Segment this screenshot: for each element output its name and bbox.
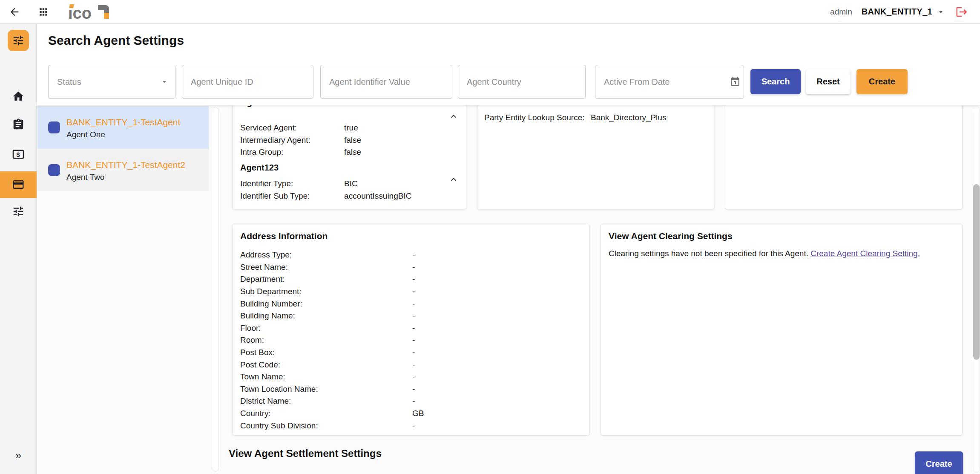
collapse-section-button[interactable] <box>448 111 459 122</box>
topbar: ıco admin BANK_ENTITY_1 <box>0 0 980 24</box>
search-button[interactable]: Search <box>750 69 801 94</box>
field-row: Department:- <box>240 273 582 286</box>
agent-roles-title: Agent Roles <box>240 105 293 107</box>
party-lookup-card: Party Entity Lookup Source:Bank_Director… <box>477 105 714 210</box>
sidebar-item-agents-active[interactable] <box>0 171 37 198</box>
status-select[interactable]: Status <box>48 65 175 99</box>
field-value: - <box>412 372 415 382</box>
field-row: Identifier Sub Type:accountIssuingBIC <box>240 190 458 202</box>
home-icon <box>12 90 25 103</box>
field-value: - <box>412 384 415 394</box>
clearing-settings-card: View Agent Clearing Settings Clearing se… <box>601 224 963 436</box>
status-placeholder: Status <box>57 77 81 87</box>
agent-list-item-selected[interactable]: BANK_ENTITY_1-TestAgent Agent One <box>37 106 209 149</box>
settlement-create-button[interactable]: Create <box>915 451 963 474</box>
page-title: Search Agent Settings <box>48 33 184 48</box>
logout-button[interactable] <box>954 5 969 19</box>
sidebar-app-button[interactable] <box>8 30 29 51</box>
field-value: - <box>412 348 415 357</box>
agent-name: Agent One <box>66 130 105 139</box>
field-value: - <box>412 396 415 406</box>
back-button[interactable] <box>6 3 23 20</box>
create-button[interactable]: Create <box>856 69 908 94</box>
entity-name: BANK_ENTITY_1 <box>862 7 932 17</box>
address-information-title: Address Information <box>240 231 328 241</box>
sidebar: $ » <box>0 24 37 474</box>
sidebar-item-tasks[interactable] <box>0 113 37 136</box>
clipboard-icon <box>12 118 25 131</box>
agent-roles-fields: Serviced Agent:true Intermediary Agent:f… <box>240 122 458 159</box>
reset-button[interactable]: Reset <box>806 69 851 94</box>
field-label: Party Entity Lookup Source: <box>484 113 591 122</box>
field-label: Country Sub Division: <box>240 421 412 431</box>
field-value: - <box>412 311 415 321</box>
agent-id: BANK_ENTITY_1-TestAgent <box>66 117 180 127</box>
field-value: - <box>412 324 415 333</box>
field-label: Floor: <box>240 324 412 333</box>
field-row: Country:GB <box>240 408 582 420</box>
field-row: Address Type:- <box>240 249 582 261</box>
field-row: Street Name:- <box>240 261 582 274</box>
clearing-settings-title: View Agent Clearing Settings <box>609 231 733 241</box>
field-value: - <box>412 263 415 272</box>
dollar-card-icon: $ <box>11 147 25 161</box>
field-value: - <box>412 287 415 296</box>
sidebar-item-payments[interactable]: $ <box>0 142 37 166</box>
agent-unique-id-input[interactable] <box>182 65 313 98</box>
field-label: Street Name: <box>240 263 412 272</box>
field-label: Post Code: <box>240 360 412 370</box>
agent-country-input[interactable] <box>458 65 585 98</box>
calendar-button[interactable] <box>727 72 744 92</box>
svg-text:$: $ <box>16 151 20 158</box>
active-from-date-fieldbox <box>595 65 744 99</box>
party-lookup-fields: Party Entity Lookup Source:Bank_Director… <box>484 112 707 124</box>
field-label: Room: <box>240 335 412 345</box>
field-label: Town Name: <box>240 372 412 382</box>
credit-card-icon <box>12 178 25 191</box>
page-header: Search Agent Settings Status Search Rese… <box>37 24 980 105</box>
clearing-message-text: Clearing settings have not been specifie… <box>609 249 810 258</box>
agent-identifier-subsection-title: Agent123 <box>240 163 279 173</box>
field-row: Post Box:- <box>240 347 582 359</box>
field-label: Identifier Sub Type: <box>240 191 344 201</box>
field-row: Intra Group:false <box>240 146 458 159</box>
chevron-up-icon <box>448 111 459 121</box>
field-label: Town Location Name: <box>240 384 412 394</box>
field-value: true <box>344 123 358 133</box>
field-value: - <box>412 360 415 370</box>
agent-country-fieldbox <box>458 65 586 99</box>
agent-identifier-value-fieldbox <box>320 65 452 99</box>
main-scrollbar-thumb[interactable] <box>973 184 980 360</box>
agent-identifier-fields: Identifier Type:BIC Identifier Sub Type:… <box>240 178 458 202</box>
create-clearing-setting-link[interactable]: Create Agent Clearing Setting. <box>810 249 920 258</box>
field-label: Address Type: <box>240 250 412 260</box>
agent-list-item[interactable]: BANK_ENTITY_1-TestAgent2 Agent Two <box>37 149 209 191</box>
field-value: - <box>412 335 415 345</box>
field-label: Intermediary Agent: <box>240 136 344 145</box>
field-value: false <box>344 147 361 157</box>
sidebar-item-settings[interactable] <box>0 199 37 223</box>
back-arrow-icon <box>9 6 20 18</box>
field-row: Building Number:- <box>240 298 582 310</box>
field-row: Room:- <box>240 334 582 347</box>
sidebar-expand-button[interactable]: » <box>0 449 37 462</box>
agent-identifier-value-input[interactable] <box>321 65 452 98</box>
empty-card <box>725 105 963 210</box>
active-from-date-input[interactable] <box>595 65 727 98</box>
brand-logo: ıco <box>67 3 124 21</box>
main-content: BANK_ENTITY_1-TestAgent Agent One BANK_E… <box>37 105 980 474</box>
settlement-section-title: View Agent Settlement Settings <box>229 448 382 460</box>
agent-avatar-chip <box>48 121 60 133</box>
field-label: Identifier Type: <box>240 179 344 188</box>
apps-grid-button[interactable] <box>35 3 52 20</box>
entity-selector[interactable]: BANK_ENTITY_1 <box>862 7 945 17</box>
field-row: Post Code:- <box>240 358 582 371</box>
list-scrollbar-track <box>212 107 219 471</box>
field-row: Building Name:- <box>240 310 582 322</box>
field-label: Country: <box>240 409 412 418</box>
field-value: BIC <box>344 179 358 188</box>
field-label: Building Name: <box>240 311 412 321</box>
field-value: - <box>412 299 415 309</box>
sidebar-item-home[interactable] <box>0 84 37 108</box>
field-value: - <box>412 250 415 260</box>
